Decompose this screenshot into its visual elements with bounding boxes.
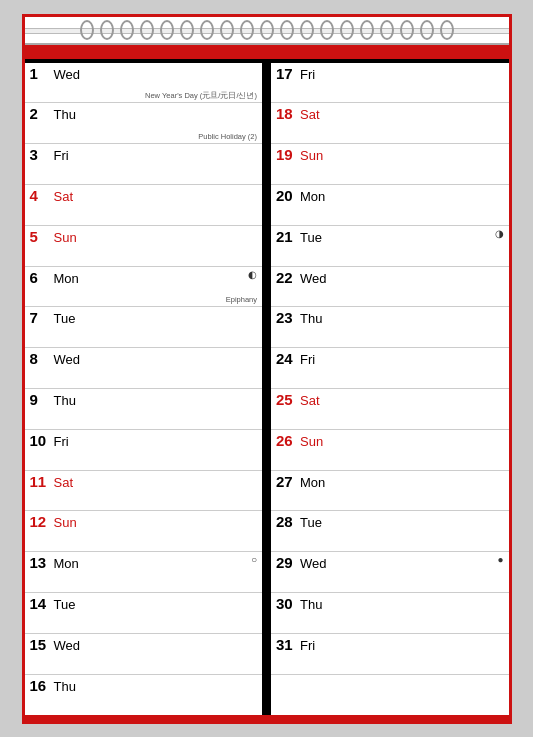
day-row: 24Fri [271,348,509,389]
spiral-loop [260,20,274,40]
day-name: Thu [54,679,76,694]
spiral-loop [320,20,334,40]
spiral-loop [380,20,394,40]
day-number: 27 [276,473,294,490]
spiral-loop [200,20,214,40]
day-name: Fri [54,434,69,449]
day-number: 21 [276,228,294,245]
day-number: 3 [30,146,48,163]
spiral-loop [140,20,154,40]
day-name: Fri [300,352,315,367]
spiral-loop [400,20,414,40]
day-note: Public Holiday (2) [198,132,257,141]
day-row [271,675,509,715]
day-number: 28 [276,513,294,530]
day-number: 14 [30,595,48,612]
day-row: 5Sun [25,226,263,267]
day-row: 3Fri [25,144,263,185]
day-number: 2 [30,105,48,122]
day-name: Tue [300,230,322,245]
day-note: Epiphany [226,295,257,304]
day-row: 19Sun [271,144,509,185]
day-row: 18Sat [271,103,509,144]
day-row: 1WedNew Year's Day (元旦/元日/신년) [25,63,263,104]
day-number: 23 [276,309,294,326]
day-number: 1 [30,65,48,82]
day-name: Wed [54,352,81,367]
day-row: 30Thu [271,593,509,634]
day-number: 22 [276,269,294,286]
spiral-loop [80,20,94,40]
day-name: Sat [300,393,320,408]
day-row: 31Fri [271,634,509,675]
day-name: Thu [300,597,322,612]
spiral-loop [220,20,234,40]
bottom-bar [25,715,509,721]
day-number: 13 [30,554,48,571]
spiral-loop [160,20,174,40]
day-number: 31 [276,636,294,653]
day-row: 26Sun [271,430,509,471]
day-number: 4 [30,187,48,204]
day-number: 19 [276,146,294,163]
day-row: 2ThuPublic Holiday (2) [25,103,263,144]
day-number: 25 [276,391,294,408]
day-row: 21Tue◑ [271,226,509,267]
day-row: 10Fri [25,430,263,471]
moon-phase-icon: ○ [251,554,257,565]
day-number: 8 [30,350,48,367]
day-name: Thu [300,311,322,326]
day-number: 20 [276,187,294,204]
day-name: Sat [54,475,74,490]
day-name: Tue [300,515,322,530]
day-row: 17Fri [271,63,509,104]
moon-phase-icon: ● [497,554,503,565]
day-number: 24 [276,350,294,367]
day-row: 22Wed [271,267,509,308]
day-number: 7 [30,309,48,326]
day-row: 4Sat [25,185,263,226]
day-name: Mon [54,271,79,286]
day-name: Sun [300,434,323,449]
day-row: 7Tue [25,307,263,348]
day-number: 9 [30,391,48,408]
day-name: Mon [54,556,79,571]
day-row: 12Sun [25,511,263,552]
day-number: 16 [30,677,48,694]
day-number: 17 [276,65,294,82]
spiral-loop [240,20,254,40]
day-row: 25Sat [271,389,509,430]
day-row: 8Wed [25,348,263,389]
spiral-loop [300,20,314,40]
moon-phase-icon: ◐ [248,269,257,280]
spiral-binding [25,17,509,45]
day-row: 23Thu [271,307,509,348]
day-name: Sun [54,230,77,245]
spiral-loop [280,20,294,40]
left-column: 1WedNew Year's Day (元旦/元日/신년)2ThuPublic … [25,63,266,715]
day-name: Mon [300,475,325,490]
day-number: 18 [276,105,294,122]
moon-phase-icon: ◑ [495,228,504,239]
day-row: 29Wed● [271,552,509,593]
day-number: 15 [30,636,48,653]
spiral-loop [420,20,434,40]
spiral-loop [100,20,114,40]
calendar-header [25,45,509,59]
day-name: Thu [54,107,76,122]
day-name: Wed [54,638,81,653]
day-name: Fri [300,67,315,82]
day-name: Wed [300,556,327,571]
right-column: 17Fri18Sat19Sun20Mon21Tue◑22Wed23Thu24Fr… [271,63,509,715]
day-name: Wed [54,67,81,82]
spiral-loop [180,20,194,40]
day-row: 6Mon◐Epiphany [25,267,263,308]
spiral-loop [360,20,374,40]
day-note: New Year's Day (元旦/元日/신년) [145,91,257,100]
day-name: Mon [300,189,325,204]
day-name: Sun [54,515,77,530]
day-row: 9Thu [25,389,263,430]
spiral-loop [120,20,134,40]
day-name: Fri [54,148,69,163]
day-row: 16Thu [25,675,263,715]
